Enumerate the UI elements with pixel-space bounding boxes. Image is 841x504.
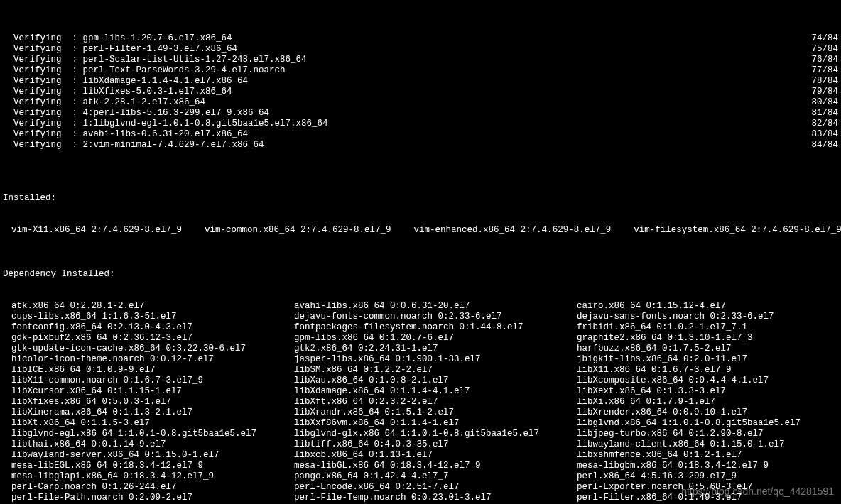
dep-pkg: libXi.x86_64 0:1.7.9-1.el7 bbox=[577, 397, 841, 407]
dep-col-2: avahi-libs.x86_64 0:0.6.31-20.el7dejavu-… bbox=[294, 301, 577, 504]
verify-pkg: Verifying : libXdamage-1.1.4-4.1.el7.x86… bbox=[3, 76, 248, 87]
dependency-columns: atk.x86_64 0:2.28.1-2.el7cups-libs.x86_6… bbox=[3, 301, 838, 504]
dep-pkg: libwayland-server.x86_64 0:1.15.0-1.el7 bbox=[11, 450, 294, 461]
verify-count: 76/84 bbox=[811, 55, 838, 65]
dep-pkg: perl-Encode.x86_64 0:2.51-7.el7 bbox=[294, 482, 577, 493]
verify-pkg: Verifying : 1:libglvnd-egl-1.0.1-0.8.git… bbox=[3, 119, 328, 129]
dep-pkg: libICE.x86_64 0:1.0.9-9.el7 bbox=[11, 365, 294, 376]
dep-pkg: mesa-libgbm.x86_64 0:18.3.4-12.el7_9 bbox=[577, 461, 841, 471]
verify-pkg: Verifying : 2:vim-minimal-7.4.629-7.el7.… bbox=[3, 140, 264, 150]
verify-pkg: Verifying : atk-2.28.1-2.el7.x86_64 bbox=[3, 97, 205, 108]
dep-pkg: mesa-libGL.x86_64 0:18.3.4-12.el7_9 bbox=[294, 461, 577, 471]
dep-pkg: libwayland-client.x86_64 0:1.15.0-1.el7 bbox=[577, 439, 841, 450]
installed-pkg: vim-common.x86_64 2:7.4.629-8.el7_9 bbox=[205, 225, 391, 236]
dep-pkg: gtk2.x86_64 0:2.24.31-1.el7 bbox=[294, 344, 577, 354]
dep-pkg: cups-libs.x86_64 1:1.6.3-51.el7 bbox=[11, 312, 294, 322]
dep-pkg: perl-Filter.x86_64 0:1.49-3.el7 bbox=[577, 493, 841, 503]
dep-pkg: libXrender.x86_64 0:0.9.10-1.el7 bbox=[577, 407, 841, 418]
verify-row: Verifying : libXfixes-5.0.3-1.el7.x86_64… bbox=[3, 87, 838, 97]
verify-count: 80/84 bbox=[811, 97, 838, 108]
dep-pkg: hicolor-icon-theme.noarch 0:0.12-7.el7 bbox=[11, 354, 294, 365]
verify-count: 82/84 bbox=[811, 119, 838, 129]
dep-pkg: dejavu-sans-fonts.noarch 0:2.33-6.el7 bbox=[577, 312, 841, 322]
installed-list: vim-X11.x86_64 2:7.4.629-8.el7_9 vim-com… bbox=[11, 225, 838, 236]
dep-pkg: cairo.x86_64 0:1.15.12-4.el7 bbox=[577, 301, 841, 312]
verify-pkg: Verifying : avahi-libs-0.6.31-20.el7.x86… bbox=[3, 129, 248, 140]
verify-row: Verifying : perl-Text-ParseWords-3.29-4.… bbox=[3, 65, 838, 76]
dep-pkg: libX11-common.noarch 0:1.6.7-3.el7_9 bbox=[11, 376, 294, 386]
dep-pkg: graphite2.x86_64 0:1.3.10-1.el7_3 bbox=[577, 333, 841, 344]
verify-row: Verifying : 4:perl-libs-5.16.3-299.el7_9… bbox=[3, 108, 838, 119]
dep-pkg: libXext.x86_64 0:1.3.3-3.el7 bbox=[577, 386, 841, 397]
dep-pkg: libXxf86vm.x86_64 0:1.1.4-1.el7 bbox=[294, 418, 577, 429]
dep-pkg: libXrandr.x86_64 0:1.5.1-2.el7 bbox=[294, 407, 577, 418]
dep-pkg: perl.x86_64 4:5.16.3-299.el7_9 bbox=[577, 471, 841, 482]
dependency-header: Dependency Installed: bbox=[3, 269, 838, 280]
dep-pkg: perl-Exporter.noarch 0:5.68-3.el7 bbox=[577, 482, 841, 493]
verify-count: 77/84 bbox=[811, 65, 838, 76]
dep-pkg: mesa-libEGL.x86_64 0:18.3.4-12.el7_9 bbox=[11, 461, 294, 471]
dep-pkg: libxshmfence.x86_64 0:1.2-1.el7 bbox=[577, 450, 841, 461]
verify-row: Verifying : gpm-libs-1.20.7-6.el7.x86_64… bbox=[3, 33, 838, 44]
dep-pkg: atk.x86_64 0:2.28.1-2.el7 bbox=[11, 301, 294, 312]
dep-col-3: cairo.x86_64 0:1.15.12-4.el7dejavu-sans-… bbox=[577, 301, 841, 504]
dep-pkg: libjpeg-turbo.x86_64 0:1.2.90-8.el7 bbox=[577, 429, 841, 439]
terminal-output[interactable]: Verifying : gpm-libs-1.20.7-6.el7.x86_64… bbox=[0, 0, 841, 504]
dep-pkg: libXfixes.x86_64 0:5.0.3-1.el7 bbox=[11, 397, 294, 407]
verify-row: Verifying : avahi-libs-0.6.31-20.el7.x86… bbox=[3, 129, 838, 140]
verify-row: Verifying : libXdamage-1.1.4-4.1.el7.x86… bbox=[3, 76, 838, 87]
dep-pkg: libthai.x86_64 0:0.1.14-9.el7 bbox=[11, 439, 294, 450]
dep-pkg: gpm-libs.x86_64 0:1.20.7-6.el7 bbox=[294, 333, 577, 344]
dep-pkg: fontpackages-filesystem.noarch 0:1.44-8.… bbox=[294, 322, 577, 333]
dep-pkg: libXdamage.x86_64 0:1.1.4-4.1.el7 bbox=[294, 386, 577, 397]
dep-pkg: libXinerama.x86_64 0:1.1.3-2.1.el7 bbox=[11, 407, 294, 418]
dep-col-1: atk.x86_64 0:2.28.1-2.el7cups-libs.x86_6… bbox=[11, 301, 294, 504]
dep-pkg: dejavu-fonts-common.noarch 0:2.33-6.el7 bbox=[294, 312, 577, 322]
dep-pkg: libXt.x86_64 0:1.1.5-3.el7 bbox=[11, 418, 294, 429]
dep-pkg: libtiff.x86_64 0:4.0.3-35.el7 bbox=[294, 439, 577, 450]
dep-pkg: fribidi.x86_64 0:1.0.2-1.el7_7.1 bbox=[577, 322, 841, 333]
dep-pkg: jbigkit-libs.x86_64 0:2.0-11.el7 bbox=[577, 354, 841, 365]
dep-pkg: gdk-pixbuf2.x86_64 0:2.36.12-3.el7 bbox=[11, 333, 294, 344]
verify-row: Verifying : 2:vim-minimal-7.4.629-7.el7.… bbox=[3, 140, 838, 150]
verify-count: 75/84 bbox=[811, 44, 838, 55]
dep-pkg: pango.x86_64 0:1.42.4-4.el7_7 bbox=[294, 471, 577, 482]
dep-pkg: libglvnd.x86_64 1:1.0.1-0.8.git5baa1e5.e… bbox=[577, 418, 841, 429]
dep-pkg: perl-File-Temp.noarch 0:0.23.01-3.el7 bbox=[294, 493, 577, 503]
installed-header: Installed: bbox=[3, 193, 838, 204]
dep-pkg: libxcb.x86_64 0:1.13-1.el7 bbox=[294, 450, 577, 461]
dep-pkg: libXcomposite.x86_64 0:0.4.4-4.1.el7 bbox=[577, 376, 841, 386]
dep-pkg: jasper-libs.x86_64 0:1.900.1-33.el7 bbox=[294, 354, 577, 365]
dep-pkg: perl-File-Path.noarch 0:2.09-2.el7 bbox=[11, 493, 294, 503]
verify-count: 78/84 bbox=[811, 76, 838, 87]
verify-pkg: Verifying : libXfixes-5.0.3-1.el7.x86_64 bbox=[3, 87, 232, 97]
verifying-block: Verifying : gpm-libs-1.20.7-6.el7.x86_64… bbox=[3, 33, 838, 161]
verify-row: Verifying : perl-Scalar-List-Utils-1.27-… bbox=[3, 55, 838, 65]
dep-pkg: avahi-libs.x86_64 0:0.6.31-20.el7 bbox=[294, 301, 577, 312]
dep-pkg: mesa-libglapi.x86_64 0:18.3.4-12.el7_9 bbox=[11, 471, 294, 482]
verify-pkg: Verifying : perl-Filter-1.49-3.el7.x86_6… bbox=[3, 44, 237, 55]
verify-count: 81/84 bbox=[811, 108, 838, 119]
verify-row: Verifying : perl-Filter-1.49-3.el7.x86_6… bbox=[3, 44, 838, 55]
dep-pkg: libSM.x86_64 0:1.2.2-2.el7 bbox=[294, 365, 577, 376]
verify-pkg: Verifying : 4:perl-libs-5.16.3-299.el7_9… bbox=[3, 108, 269, 119]
dep-pkg: fontconfig.x86_64 0:2.13.0-4.3.el7 bbox=[11, 322, 294, 333]
dep-pkg: libXft.x86_64 0:2.3.2-2.el7 bbox=[294, 397, 577, 407]
dep-pkg: harfbuzz.x86_64 0:1.7.5-2.el7 bbox=[577, 344, 841, 354]
dep-pkg: libXau.x86_64 0:1.0.8-2.1.el7 bbox=[294, 376, 577, 386]
verify-pkg: Verifying : gpm-libs-1.20.7-6.el7.x86_64 bbox=[3, 33, 232, 44]
dep-pkg: libXcursor.x86_64 0:1.1.15-1.el7 bbox=[11, 386, 294, 397]
verify-pkg: Verifying : perl-Text-ParseWords-3.29-4.… bbox=[3, 65, 286, 76]
dep-pkg: libX11.x86_64 0:1.6.7-3.el7_9 bbox=[577, 365, 841, 376]
verify-row: Verifying : atk-2.28.1-2.el7.x86_6480/84 bbox=[3, 97, 838, 108]
verify-row: Verifying : 1:libglvnd-egl-1.0.1-0.8.git… bbox=[3, 119, 838, 129]
installed-pkg: vim-X11.x86_64 2:7.4.629-8.el7_9 bbox=[11, 225, 182, 236]
verify-count: 84/84 bbox=[811, 140, 838, 150]
verify-count: 83/84 bbox=[811, 129, 838, 140]
installed-pkg: vim-filesystem.x86_64 2:7.4.629-8.el7_9 bbox=[634, 225, 841, 236]
installed-pkg: vim-enhanced.x86_64 2:7.4.629-8.el7_9 bbox=[414, 225, 612, 236]
dep-pkg: gtk-update-icon-cache.x86_64 0:3.22.30-6… bbox=[11, 344, 294, 354]
verify-count: 79/84 bbox=[811, 87, 838, 97]
dep-pkg: libglvnd-glx.x86_64 1:1.0.1-0.8.git5baa1… bbox=[294, 429, 577, 439]
dep-pkg: perl-Carp.noarch 0:1.26-244.el7 bbox=[11, 482, 294, 493]
